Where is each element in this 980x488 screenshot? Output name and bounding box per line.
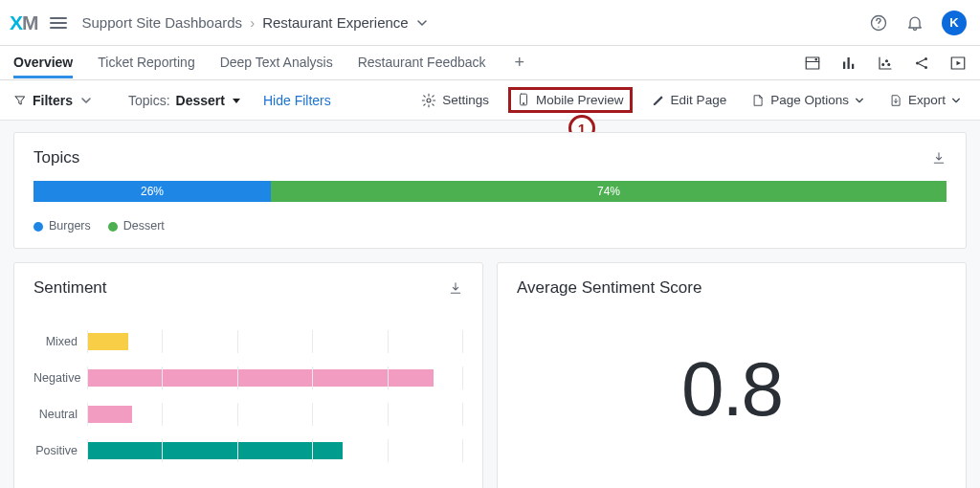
sentiment-bar[interactable] (87, 442, 343, 459)
sentiment-card: Sentiment Mixed Negative Neutral Positiv… (13, 262, 483, 488)
gear-icon (421, 93, 436, 108)
topics-caret-icon[interactable] (231, 95, 242, 106)
legend-item-dessert[interactable]: Dessert (108, 219, 165, 233)
page-icon (751, 93, 765, 108)
chevron-down-icon (951, 96, 961, 105)
sentiment-track (87, 439, 463, 462)
svg-point-1 (878, 26, 879, 27)
average-score-value: 0.8 (517, 311, 947, 468)
breadcrumb-parent[interactable]: Support Site Dashboards (82, 14, 243, 31)
mobile-preview-button[interactable]: Mobile Preview (508, 87, 633, 113)
scatter-icon[interactable] (877, 55, 894, 72)
sentiment-row: Negative (33, 366, 463, 389)
dashboard-content: Topics 26% 74% Burgers Dessert Sentiment… (0, 121, 980, 488)
filters-chevron-icon[interactable] (80, 95, 92, 106)
svg-point-13 (523, 103, 523, 104)
logo-x: X (10, 11, 22, 34)
card-row: Sentiment Mixed Negative Neutral Positiv… (13, 262, 967, 488)
tabs-row: Overview Ticket Reporting Deep Text Anal… (0, 46, 980, 80)
chevron-right-icon: › (250, 14, 255, 31)
chevron-down-icon (855, 96, 864, 105)
mobile-icon (517, 92, 530, 107)
hide-filters-link[interactable]: Hide Filters (263, 93, 331, 108)
help-icon[interactable] (869, 13, 888, 33)
average-score-card: Average Sentiment Score 0.8 (497, 262, 967, 488)
export-button[interactable]: Export (883, 89, 967, 112)
svg-point-11 (427, 99, 431, 102)
sentiment-chart: Mixed Negative Neutral Positive (33, 311, 463, 462)
page-tools (804, 55, 967, 72)
pencil-icon (652, 94, 665, 107)
edit-page-label: Edit Page (671, 93, 727, 107)
download-icon[interactable] (931, 150, 947, 166)
legend-dot-blue (33, 222, 43, 232)
share-icon[interactable] (913, 55, 930, 72)
topics-stacked-bar: 26% 74% (33, 181, 947, 202)
filter-icon (13, 94, 27, 107)
topics-value[interactable]: Dessert (176, 93, 225, 108)
sentiment-track (87, 330, 463, 353)
sentiment-row: Mixed (33, 330, 463, 353)
export-icon (889, 93, 902, 108)
edit-page-button[interactable]: Edit Page (646, 89, 733, 111)
sentiment-row: Positive (33, 439, 463, 462)
sentiment-track (87, 366, 463, 389)
topics-legend: Burgers Dessert (33, 219, 947, 233)
breadcrumb: Support Site Dashboards › Restaurant Exp… (82, 14, 428, 31)
page-toolbar: Settings Mobile Preview Edit Page Page O… (415, 87, 967, 113)
bell-icon[interactable] (905, 13, 924, 33)
topics-title: Topics (33, 148, 79, 167)
tab-deep-text-analysis[interactable]: Deep Text Analysis (220, 47, 333, 78)
topbar: XM Support Site Dashboards › Restaurant … (0, 0, 980, 46)
sentiment-track (87, 403, 463, 426)
sentiment-bar[interactable] (87, 406, 132, 423)
tab-restaurant-feedback[interactable]: Restaurant Feedback (358, 47, 486, 78)
topics-card: Topics 26% 74% Burgers Dessert (13, 132, 967, 249)
chevron-down-icon[interactable] (416, 17, 428, 29)
avatar[interactable]: K (942, 11, 967, 35)
add-tab-button[interactable]: + (511, 53, 529, 73)
topics-segment-burgers[interactable]: 26% (33, 181, 271, 202)
average-score-title: Average Sentiment Score (517, 278, 702, 298)
page-options-label: Page Options (770, 93, 849, 107)
settings-label: Settings (442, 93, 489, 107)
sentiment-bar[interactable] (87, 333, 128, 350)
logo[interactable]: XM (10, 11, 38, 34)
logo-m: M (22, 11, 38, 34)
svg-point-4 (882, 63, 884, 65)
mobile-preview-label: Mobile Preview (536, 93, 624, 107)
sentiment-row: Neutral (33, 403, 463, 426)
topbar-actions: K (869, 11, 967, 35)
download-icon[interactable] (448, 280, 463, 296)
sentiment-label: Negative (33, 371, 87, 385)
filter-row: Filters Topics: Dessert Hide Filters Set… (0, 80, 980, 121)
layout-icon[interactable] (804, 55, 821, 72)
tab-overview[interactable]: Overview (13, 47, 73, 78)
legend-dot-green (108, 222, 118, 232)
svg-point-6 (888, 63, 890, 65)
sentiment-label: Neutral (33, 408, 87, 421)
topics-label: Topics: (128, 93, 170, 108)
filters-button[interactable]: Filters (13, 93, 73, 108)
topics-segment-dessert[interactable]: 74% (271, 181, 947, 202)
menu-icon[interactable] (50, 17, 67, 29)
filters-label: Filters (33, 93, 73, 108)
bar-chart-icon[interactable] (840, 55, 858, 72)
breadcrumb-current[interactable]: Restaurant Experience (262, 14, 409, 31)
settings-button[interactable]: Settings (415, 89, 495, 112)
sentiment-label: Positive (33, 444, 87, 457)
legend-item-burgers[interactable]: Burgers (33, 219, 91, 233)
page-options-button[interactable]: Page Options (746, 89, 870, 112)
sentiment-bar[interactable] (87, 369, 434, 387)
tab-ticket-reporting[interactable]: Ticket Reporting (98, 47, 194, 78)
sentiment-title: Sentiment (33, 278, 107, 298)
svg-point-3 (815, 58, 817, 60)
export-label: Export (908, 93, 946, 107)
sentiment-label: Mixed (33, 335, 87, 348)
svg-point-5 (886, 59, 888, 61)
play-box-icon[interactable] (949, 55, 967, 72)
